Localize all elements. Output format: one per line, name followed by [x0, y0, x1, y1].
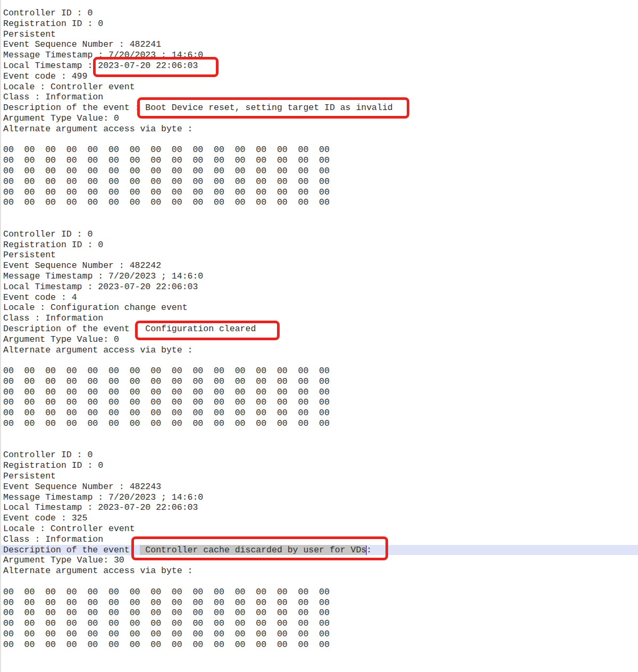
log-line: 00 00 00 00 00 00 00 00 00 00 00 00 00 0… — [0, 366, 638, 376]
log-line: Controller ID : 0 — [0, 229, 638, 240]
log-line — [0, 135, 638, 145]
selected-text[interactable]: Controller cache discarded by user for V… — [140, 545, 366, 555]
log-line: 00 00 00 00 00 00 00 00 00 00 00 00 00 0… — [0, 155, 638, 166]
log-line: Message Timestamp : 7/20/2023 ; 14:6:0 — [0, 50, 638, 61]
log-line: 00 00 00 00 00 00 00 00 00 00 00 00 00 0… — [0, 166, 638, 177]
event-log-text[interactable]: Controller ID : 0Registration ID : 0Pers… — [0, 8, 638, 671]
log-line: Class : Information — [0, 313, 638, 324]
log-line: Description of the event Configuration c… — [0, 324, 638, 334]
log-line: Persistent — [0, 250, 638, 261]
log-line: Description of the event : Boot Device r… — [0, 103, 638, 113]
log-line — [0, 650, 638, 661]
log-line: Event Sequence Number : 482241 — [0, 39, 638, 50]
log-line: Event code : 4 — [0, 292, 638, 303]
log-line: Registration ID : 0 — [0, 19, 638, 29]
window-edge-strip — [0, 0, 1, 672]
log-line: Persistent — [0, 471, 638, 482]
log-line: Controller ID : 0 — [0, 8, 638, 19]
log-line: 00 00 00 00 00 00 00 00 00 00 00 00 00 0… — [0, 397, 638, 408]
log-line: 00 00 00 00 00 00 00 00 00 00 00 00 00 0… — [0, 418, 638, 429]
log-line — [0, 576, 638, 587]
log-line — [0, 440, 638, 450]
log-line: Local Timestamp : 2023-07-20 22:06:03 — [0, 282, 638, 292]
log-line — [0, 355, 638, 366]
log-line: Argument Type Value: 0 — [0, 334, 638, 345]
log-line: 00 00 00 00 00 00 00 00 00 00 00 00 00 0… — [0, 376, 638, 387]
log-line: 00 00 00 00 00 00 00 00 00 00 00 00 00 0… — [0, 640, 638, 650]
log-line: 00 00 00 00 00 00 00 00 00 00 00 00 00 0… — [0, 408, 638, 418]
log-line: 00 00 00 00 00 00 00 00 00 00 00 00 00 0… — [0, 145, 638, 155]
log-line: 00 00 00 00 00 00 00 00 00 00 00 00 00 0… — [0, 629, 638, 640]
log-line: Class : Information — [0, 534, 638, 545]
log-line: Locale : Controller event — [0, 82, 638, 93]
log-line: Message Timestamp : 7/20/2023 ; 14:6:0 — [0, 271, 638, 282]
log-line — [0, 219, 638, 229]
log-line: Registration ID : 0 — [0, 460, 638, 471]
log-line: Persistent — [0, 29, 638, 40]
log-line: Controller ID : 0 — [0, 450, 638, 460]
log-line: Class : Information — [0, 92, 638, 103]
log-line: 00 00 00 00 00 00 00 00 00 00 00 00 00 0… — [0, 187, 638, 198]
log-line: Event Sequence Number : 482242 — [0, 261, 638, 271]
log-line: Local Timestamp : 2023-07-20 22:06:03 — [0, 61, 638, 71]
log-line: Local Timestamp : 2023-07-20 22:06:03 — [0, 502, 638, 513]
log-line: 00 00 00 00 00 00 00 00 00 00 00 00 00 0… — [0, 598, 638, 608]
log-line: 00 00 00 00 00 00 00 00 00 00 00 00 00 0… — [0, 197, 638, 208]
log-line: Event Sequence Number : 482243 — [0, 482, 638, 492]
log-line: 00 00 00 00 00 00 00 00 00 00 00 00 00 0… — [0, 587, 638, 598]
log-line: Alternate argument access via byte : — [0, 124, 638, 135]
log-line — [0, 429, 638, 440]
log-line: Alternate argument access via byte : — [0, 566, 638, 576]
log-line: Event code : 325 — [0, 513, 638, 524]
log-line: Registration ID : 0 — [0, 240, 638, 250]
log-line: Event code : 499 — [0, 71, 638, 82]
log-line: Argument Type Value: 0 — [0, 113, 638, 124]
log-line: Alternate argument access via byte : — [0, 345, 638, 356]
description-suffix: : — [366, 545, 372, 555]
log-line — [0, 660, 638, 671]
log-line: Locale : Controller event — [0, 524, 638, 534]
log-line: 00 00 00 00 00 00 00 00 00 00 00 00 00 0… — [0, 618, 638, 629]
log-line: Locale : Configuration change event — [0, 303, 638, 313]
log-line: 00 00 00 00 00 00 00 00 00 00 00 00 00 0… — [0, 608, 638, 618]
event-log-page: Controller ID : 0Registration ID : 0Pers… — [0, 0, 638, 672]
log-line — [0, 208, 638, 219]
log-line: Description of the event Controller cach… — [0, 545, 638, 556]
log-line: Message Timestamp : 7/20/2023 ; 14:6:0 — [0, 492, 638, 503]
log-line: 00 00 00 00 00 00 00 00 00 00 00 00 00 0… — [0, 387, 638, 398]
log-line: Argument Type Value: 30 — [0, 555, 638, 566]
description-label: Description of the event — [3, 545, 140, 555]
log-line: 00 00 00 00 00 00 00 00 00 00 00 00 00 0… — [0, 177, 638, 187]
